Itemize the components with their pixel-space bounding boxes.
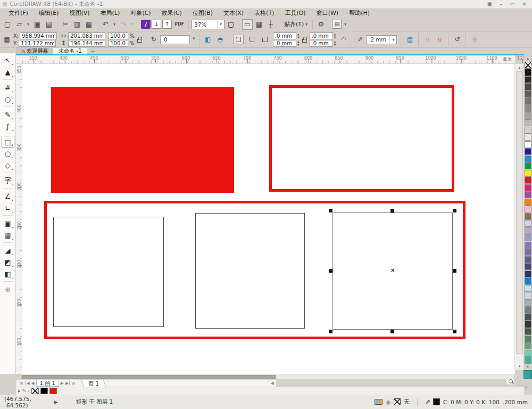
scroll-up-icon[interactable]: ▴: [515, 64, 524, 71]
palette-swatch[interactable]: [525, 306, 531, 313]
palette-swatch[interactable]: [525, 105, 531, 112]
new-tab-button[interactable]: +: [87, 48, 99, 54]
menu-bitmaps[interactable]: 位图(B): [187, 9, 218, 18]
palette-swatch[interactable]: [525, 97, 531, 104]
vertical-scrollbar[interactable]: ▴ ▾: [514, 64, 523, 370]
small-square-2[interactable]: [195, 213, 305, 329]
x-position-field[interactable]: [20, 32, 57, 39]
radius-br-spinner[interactable]: ▲▼: [334, 40, 336, 46]
palette-swatch[interactable]: [525, 285, 531, 292]
palette-swatch[interactable]: [525, 227, 531, 234]
palette-swatch[interactable]: [525, 271, 531, 277]
scalloped-corner-button[interactable]: [246, 35, 257, 44]
ruler-origin-box[interactable]: [16, 55, 22, 64]
selection-center-marker[interactable]: ×: [390, 268, 395, 273]
menu-view[interactable]: 视图(V): [64, 9, 95, 18]
palette-swatch[interactable]: [525, 342, 531, 349]
palette-swatch[interactable]: [525, 69, 531, 76]
options-gear-icon[interactable]: ⚙: [315, 19, 326, 30]
doc-swatch[interactable]: [49, 388, 57, 394]
palette-swatch[interactable]: [525, 350, 531, 357]
menu-file[interactable]: 文件(F): [3, 9, 34, 18]
palette-swatch[interactable]: [525, 263, 531, 270]
palette-swatch[interactable]: [525, 220, 531, 227]
object-width-field[interactable]: [68, 32, 105, 39]
show-rulers-toggle[interactable]: ▭: [242, 19, 253, 30]
palette-swatch[interactable]: [525, 256, 531, 263]
menu-object[interactable]: 对象(C): [125, 9, 156, 18]
relative-corner-scaling-button[interactable]: ◠: [338, 35, 348, 44]
object-height-field[interactable]: [68, 40, 105, 47]
corner-radius-tl-field[interactable]: [273, 32, 296, 39]
palette-swatch[interactable]: [525, 134, 531, 141]
lock-ratio-button[interactable]: [137, 39, 142, 43]
tab-untitled-document[interactable]: 未命名 -1: [53, 48, 87, 54]
palette-scroll-up-icon[interactable]: ▴: [527, 55, 529, 62]
doc-palette-pen-icon[interactable]: ✎: [22, 388, 27, 394]
palette-expand-icon[interactable]: »: [525, 385, 528, 390]
eyedropper-tool[interactable]: ◢: [2, 244, 14, 256]
drop-shadow-tool[interactable]: ▣: [2, 217, 14, 229]
palette-swatch[interactable]: [525, 292, 531, 299]
selected-square-group[interactable]: ×: [329, 209, 456, 333]
palette-swatch[interactable]: [525, 91, 531, 97]
zoom-level-select[interactable]: 37% ▾: [192, 20, 225, 29]
radius-tr-spinner[interactable]: ▲▼: [334, 32, 336, 39]
palette-scroll-down-icon[interactable]: ▾: [527, 364, 529, 370]
doc-palette-arrow-icon[interactable]: ▸: [18, 388, 21, 394]
scale-y-field[interactable]: [108, 40, 128, 47]
mirror-horizontal-button[interactable]: ◧: [203, 35, 213, 44]
previous-page-button[interactable]: ◀: [31, 381, 35, 386]
palette-swatch[interactable]: [525, 336, 531, 342]
save-button[interactable]: ▣: [32, 19, 43, 30]
shape-tool[interactable]: ▲: [2, 66, 14, 78]
publish-pdf-button[interactable]: PDF: [173, 22, 186, 27]
y-position-field[interactable]: [19, 40, 56, 47]
add-page-button[interactable]: ⊞: [20, 381, 23, 386]
selection-handle-bottom-right[interactable]: [453, 330, 456, 333]
red-outlined-rectangle[interactable]: [269, 85, 454, 192]
palette-swatch[interactable]: [525, 299, 531, 306]
drawing-canvas[interactable]: ×: [22, 64, 515, 374]
ellipse-tool[interactable]: ○: [2, 148, 14, 159]
show-guidelines-toggle[interactable]: ┼: [265, 19, 276, 30]
mirror-vertical-button[interactable]: ◓: [215, 35, 225, 44]
palette-swatch[interactable]: [525, 184, 531, 191]
last-page-button[interactable]: ▶|: [65, 381, 70, 386]
palette-swatch-none[interactable]: [525, 62, 531, 69]
undo-dropdown-icon[interactable]: ▾: [112, 19, 117, 30]
selection-handle-top-center[interactable]: [390, 209, 394, 212]
chain-unlink-button[interactable]: ∪: [435, 35, 444, 44]
palette-swatch[interactable]: [525, 177, 531, 184]
scroll-down-icon[interactable]: ▾: [515, 363, 524, 370]
close-button[interactable]: ✕: [522, 1, 527, 7]
palette-swatch[interactable]: [525, 328, 531, 335]
freehand-tool[interactable]: ✎: [2, 109, 14, 120]
palette-swatch[interactable]: [525, 314, 531, 321]
dimension-tool[interactable]: ∠: [2, 190, 14, 202]
doc-palette-collapse-icon[interactable]: ‹: [28, 388, 30, 394]
add-page-button-2[interactable]: ⊞: [72, 381, 76, 386]
fill-none-swatch[interactable]: [394, 398, 401, 405]
connector-tool[interactable]: ∟: [2, 202, 14, 214]
corner-radius-tr-field[interactable]: [310, 32, 333, 39]
selection-handle-bottom-center[interactable]: [390, 330, 394, 333]
doc-swatch-none[interactable]: [31, 388, 39, 394]
pick-tool[interactable]: ↖: [2, 54, 14, 66]
add-tools-button[interactable]: ⊕: [2, 283, 14, 295]
smart-fill-tool[interactable]: ◧: [2, 268, 14, 280]
palette-swatch[interactable]: [525, 162, 531, 169]
selection-handle-top-left[interactable]: [329, 209, 332, 212]
maximize-button[interactable]: ▭: [510, 1, 514, 7]
palette-swatch[interactable]: [525, 83, 531, 90]
text-tool[interactable]: 字: [2, 175, 14, 186]
menu-edit[interactable]: 编辑(E): [34, 9, 64, 18]
selection-handle-mid-right[interactable]: [453, 269, 456, 273]
add-property-button[interactable]: ⊕: [470, 35, 479, 44]
document-navigator-button[interactable]: [523, 370, 532, 379]
export-button[interactable]: ↑: [162, 20, 172, 29]
rotation-angle-field[interactable]: [160, 35, 190, 44]
small-square-1[interactable]: [53, 217, 164, 327]
tab-welcome-screen[interactable]: ⌂ 欢迎屏幕: [16, 48, 53, 54]
reapply-transform-button[interactable]: ↺: [452, 35, 462, 44]
